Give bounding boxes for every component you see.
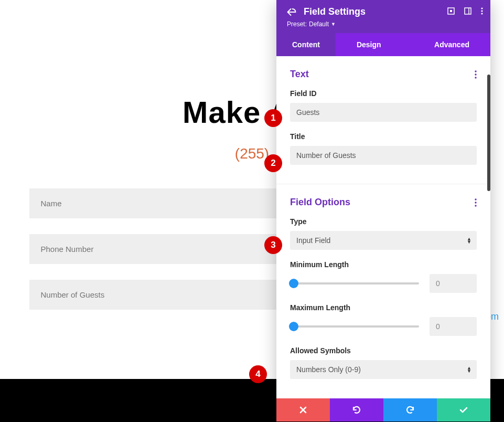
- field-settings-panel: Field Settings Preset: Default ▼ Content…: [276, 0, 490, 421]
- section-kebab-icon[interactable]: [475, 70, 477, 79]
- type-select[interactable]: Input Field: [290, 231, 477, 250]
- max-length-slider[interactable]: [290, 325, 419, 328]
- section-title-text: Text: [290, 69, 309, 80]
- panel-tabs: Content Design Advanced: [276, 33, 490, 56]
- tab-design[interactable]: Design: [336, 33, 419, 56]
- max-length-value[interactable]: [430, 317, 477, 336]
- svg-point-9: [475, 77, 476, 78]
- type-label: Type: [290, 217, 477, 226]
- chevron-down-icon: ▼: [331, 22, 336, 27]
- confirm-button[interactable]: [437, 398, 490, 421]
- svg-point-12: [475, 205, 476, 206]
- svg-point-11: [475, 202, 476, 203]
- svg-point-8: [475, 73, 476, 75]
- section-field-options: Field Options Type Input Field ▲▼ Minimu…: [276, 184, 490, 393]
- tab-advanced[interactable]: Advanced: [419, 33, 490, 56]
- preset-selector[interactable]: Preset: Default ▼: [287, 20, 480, 28]
- annotation-badge-4: 4: [249, 365, 267, 383]
- panel-body[interactable]: Text Field ID Title Field Options: [276, 56, 490, 398]
- annotation-badge-2: 2: [264, 154, 282, 172]
- undo-button[interactable]: [330, 398, 383, 421]
- close-icon: [299, 406, 307, 414]
- slider-thumb[interactable]: [289, 322, 298, 331]
- dock-icon[interactable]: [464, 7, 471, 15]
- slider-thumb[interactable]: [289, 279, 298, 288]
- svg-point-10: [475, 198, 476, 200]
- allowed-symbols-label: Allowed Symbols: [290, 346, 477, 355]
- preset-prefix: Preset:: [287, 20, 307, 28]
- cancel-button[interactable]: [276, 398, 330, 421]
- allowed-symbols-select[interactable]: Numbers Only (0-9): [290, 360, 477, 379]
- kebab-menu-icon[interactable]: [481, 7, 483, 15]
- title-input[interactable]: [290, 146, 477, 165]
- svg-point-7: [475, 70, 476, 72]
- min-length-value[interactable]: [430, 274, 477, 293]
- field-id-label: Field ID: [290, 89, 477, 98]
- svg-rect-2: [465, 8, 471, 14]
- check-icon: [459, 407, 468, 413]
- annotation-badge-3: 3: [264, 236, 282, 254]
- section-kebab-icon[interactable]: [475, 198, 477, 207]
- panel-title: Field Settings: [304, 6, 366, 17]
- section-title-field-options: Field Options: [290, 197, 350, 208]
- panel-footer: [276, 398, 490, 421]
- max-length-label: Maximum Length: [290, 303, 477, 312]
- section-text: Text Field ID Title: [276, 56, 490, 178]
- redo-icon: [405, 406, 415, 414]
- redo-button[interactable]: [383, 398, 437, 421]
- undo-icon: [352, 406, 361, 414]
- svg-point-6: [481, 13, 482, 14]
- expand-icon[interactable]: [447, 7, 455, 15]
- svg-point-5: [481, 10, 482, 12]
- scrollbar[interactable]: [487, 75, 490, 191]
- tab-content[interactable]: Content: [276, 33, 336, 56]
- min-length-label: Minimum Length: [290, 260, 477, 269]
- title-label: Title: [290, 132, 477, 141]
- field-id-input[interactable]: [290, 103, 477, 122]
- preset-value: Default: [309, 20, 329, 28]
- annotation-badge-1: 1: [264, 109, 282, 127]
- min-length-slider[interactable]: [290, 282, 419, 284]
- panel-header: Field Settings Preset: Default ▼: [276, 0, 490, 33]
- svg-point-4: [481, 7, 482, 9]
- back-icon[interactable]: [287, 8, 296, 16]
- svg-rect-1: [450, 10, 452, 12]
